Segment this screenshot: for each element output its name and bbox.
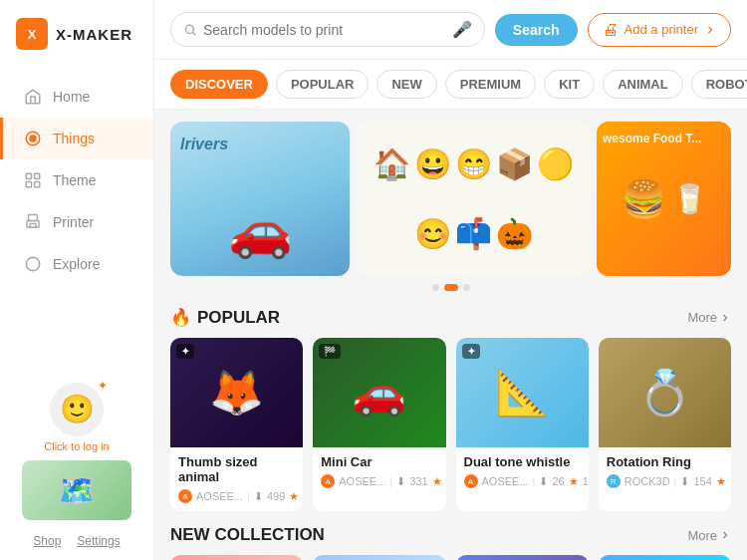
click-to-login[interactable]: Click to log in	[44, 440, 109, 452]
sidebar-item-theme[interactable]: Theme	[0, 159, 153, 201]
shop-link[interactable]: Shop	[33, 534, 61, 548]
avatar[interactable]: 🙂 ✦	[50, 383, 104, 436]
search-button[interactable]: Search	[495, 14, 578, 46]
chevron-right-icon	[704, 24, 716, 36]
svg-rect-6	[29, 215, 38, 221]
meta-avatar-1: A	[178, 489, 192, 503]
tab-premium[interactable]: PREMIUM	[445, 70, 536, 99]
new-collection-header: NEW COLLECTION More	[170, 525, 731, 545]
new-card-4[interactable]: 🌊	[599, 555, 731, 560]
download-icon-4: ⬇	[680, 475, 689, 488]
carousel-slide-middle[interactable]: 🏠 😀 😁 📦 🟡 😊 📫 🎃	[356, 122, 591, 276]
sidebar-bottom: 🙂 ✦ Click to log in 🗺️ Shop Settings	[0, 371, 153, 560]
new-collection-more-text: More	[687, 528, 717, 543]
main-content: 🎤 Search 🖨 Add a printer DISCOVER POPULA…	[154, 0, 747, 560]
tab-discover[interactable]: DISCOVER	[170, 70, 268, 99]
new-card-3[interactable]: 🔮	[456, 555, 589, 560]
popular-section: 🔥 POPULAR More 🦊 ✦ Thumb sized animal A	[154, 297, 747, 515]
svg-point-0	[29, 135, 37, 142]
sidebar-item-home-label: Home	[53, 89, 90, 105]
product-info-2: Mini Car A AOSEE... | ⬇ 331 ★ 10	[313, 447, 445, 496]
download-icon-2: ⬇	[396, 475, 405, 488]
product-img-2: 🚗 🏁	[313, 338, 445, 447]
product-meta-3: A AOSEE... | ⬇ 26 ★ 12	[464, 474, 581, 488]
new-more-chevron-icon	[719, 529, 731, 541]
sidebar-item-explore-label: Explore	[53, 256, 100, 272]
popular-section-header: 🔥 POPULAR More	[170, 307, 731, 328]
map-illustration: 🗺️	[22, 460, 131, 520]
fire-icon: 🔥	[170, 307, 191, 328]
carousel-section: 🚗 lrivers 🏠 😀 😁 📦 🟡 😊 📫 🎃	[154, 110, 747, 297]
carousel-dots	[170, 284, 731, 291]
star-icon-3: ★	[569, 475, 579, 488]
sidebar-item-things-label: Things	[53, 131, 95, 146]
carousel-slide-left[interactable]: 🚗 lrivers	[170, 122, 350, 276]
product-img-4: 💍	[599, 338, 731, 447]
product-img-3: 📐 ✦	[456, 338, 589, 447]
download-count-4: 154	[693, 475, 711, 487]
download-count-1: 499	[267, 490, 285, 502]
new-card-2[interactable]: 🌿	[313, 555, 445, 560]
svg-rect-5	[35, 182, 40, 187]
logo-icon: X	[16, 18, 48, 50]
carousel-slide-right[interactable]: wesome Food T... 🍔 🥛	[597, 122, 731, 276]
sidebar-item-things[interactable]: Things	[0, 118, 153, 159]
search-input[interactable]	[203, 22, 446, 38]
products-grid: 🦊 ✦ Thumb sized animal A AOSEE... | ⬇ 49…	[170, 338, 731, 511]
meta-avatar-4: R	[607, 474, 621, 488]
tab-kit[interactable]: KIT	[544, 70, 595, 99]
tab-new[interactable]: NEW	[376, 70, 436, 99]
theme-icon	[23, 170, 43, 190]
sidebar: X X-MAKER Home Things Theme Printer	[0, 0, 154, 560]
add-printer-button[interactable]: 🖨 Add a printer	[588, 13, 731, 47]
sidebar-item-printer[interactable]: Printer	[0, 201, 153, 243]
product-meta-2: A AOSEE... | ⬇ 331 ★ 10	[321, 474, 437, 488]
product-info-3: Dual tone whistle A AOSEE... | ⬇ 26 ★ 12	[456, 447, 589, 496]
new-card-img-3: 🔮	[456, 555, 589, 560]
product-badge-2: 🏁	[319, 344, 341, 359]
svg-rect-8	[30, 224, 36, 228]
sidebar-item-theme-label: Theme	[53, 172, 97, 188]
product-badge-3: ✦	[462, 344, 480, 359]
sidebar-item-home[interactable]: Home	[0, 76, 153, 118]
meta-avatar-2: A	[321, 474, 335, 488]
logo-area: X X-MAKER	[0, 0, 153, 68]
filter-tabs: DISCOVER POPULAR NEW PREMIUM KIT ANIMAL …	[154, 60, 747, 110]
settings-link[interactable]: Settings	[77, 534, 120, 548]
new-collection-more-link[interactable]: More	[687, 528, 731, 543]
sidebar-nav: Home Things Theme Printer Explore	[0, 76, 153, 285]
mic-button[interactable]: 🎤	[452, 20, 472, 39]
sidebar-item-printer-label: Printer	[53, 214, 94, 230]
popular-more-link[interactable]: More	[687, 310, 731, 325]
product-info-4: Rotation Ring R ROCK3D | ⬇ 154 ★ 15	[599, 447, 731, 496]
svg-rect-2	[26, 173, 31, 178]
avatar-face: 🙂	[60, 396, 95, 423]
product-card-2[interactable]: 🚗 🏁 Mini Car A AOSEE... | ⬇ 331 ★ 10	[313, 338, 445, 511]
product-card-4[interactable]: 💍 Rotation Ring R ROCK3D | ⬇ 154 ★ 15	[599, 338, 731, 511]
new-collection-section: NEW COLLECTION More 🌸 🌿 🔮 🌊	[154, 515, 747, 560]
sidebar-item-explore[interactable]: Explore	[0, 243, 153, 285]
printer-icon	[23, 212, 43, 232]
product-card-3[interactable]: 📐 ✦ Dual tone whistle A AOSEE... | ⬇ 26 …	[456, 338, 589, 511]
new-card-1[interactable]: 🌸	[170, 555, 303, 560]
meta-author-2: AOSEE...	[339, 475, 385, 487]
product-card-1[interactable]: 🦊 ✦ Thumb sized animal A AOSEE... | ⬇ 49…	[170, 338, 303, 511]
download-icon-3: ⬇	[539, 475, 548, 488]
add-printer-label: Add a printer	[624, 22, 698, 37]
product-name-3: Dual tone whistle	[464, 454, 581, 469]
product-info-1: Thumb sized animal A AOSEE... | ⬇ 499 ★ …	[170, 447, 303, 511]
new-collection-grid: 🌸 🌿 🔮 🌊	[170, 555, 731, 560]
product-meta-4: R ROCK3D | ⬇ 154 ★ 15	[607, 474, 723, 488]
carousel-dot-1[interactable]	[432, 284, 439, 291]
product-name-2: Mini Car	[321, 454, 437, 469]
new-card-img-2: 🌿	[313, 555, 445, 560]
search-box: 🎤	[170, 12, 485, 47]
download-count-3: 26	[552, 475, 564, 487]
tab-robot[interactable]: ROBOT	[691, 70, 747, 99]
carousel-dot-3[interactable]	[463, 284, 470, 291]
tab-animal[interactable]: ANIMAL	[603, 70, 683, 99]
svg-point-10	[185, 25, 193, 33]
carousel-dot-2[interactable]	[444, 284, 458, 291]
download-icon-1: ⬇	[254, 490, 263, 503]
tab-popular[interactable]: POPULAR	[276, 70, 370, 99]
